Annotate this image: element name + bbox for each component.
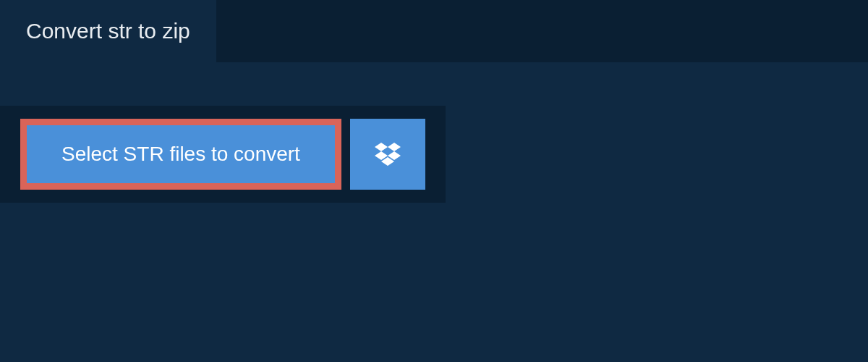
page-header: Convert str to zip [0, 0, 868, 62]
tab-label: Convert str to zip [26, 19, 190, 43]
tab-container: Convert str to zip [0, 0, 868, 62]
dropbox-button[interactable] [350, 119, 425, 190]
select-files-button[interactable]: Select STR files to convert [20, 119, 341, 190]
dropbox-icon [375, 143, 401, 166]
tab-convert[interactable]: Convert str to zip [0, 0, 216, 62]
content-panel: Select STR files to convert [0, 106, 446, 203]
select-files-label: Select STR files to convert [61, 143, 300, 166]
